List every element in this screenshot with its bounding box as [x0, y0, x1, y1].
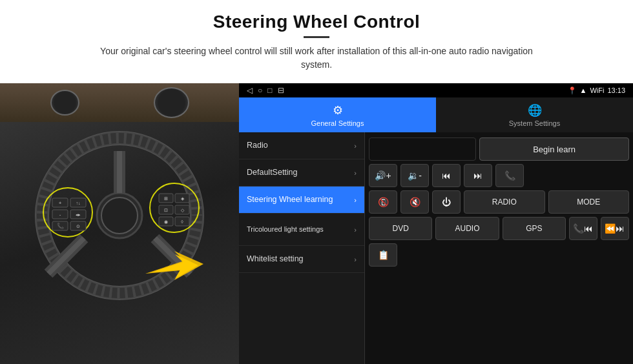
menu-radio-label: Radio	[247, 140, 354, 150]
android-content: Radio › DefaultSetting › Steering Wheel …	[239, 132, 633, 364]
control-row-3: DVD AUDIO GPS 📞⏮	[369, 217, 629, 240]
tab-general-settings[interactable]: ⚙ General Settings	[239, 97, 436, 132]
control-row-4: 📋	[369, 243, 629, 267]
next-track-button[interactable]: ⏭	[464, 164, 492, 187]
wifi-icon: WiFi	[590, 86, 604, 94]
audio-label: AUDIO	[455, 224, 479, 233]
gps-label: GPS	[526, 224, 542, 233]
empty-slot-top	[369, 137, 476, 161]
radio-button[interactable]: RADIO	[464, 190, 545, 214]
tab-general-label: General Settings	[311, 119, 364, 127]
menu-steering-chevron: ›	[354, 196, 357, 204]
content-section: + - 📞 ↑↓ ◂▸ ⊙ ⊞ ◈ ⊡ ◇	[0, 83, 633, 364]
dvd-label: DVD	[392, 224, 408, 233]
phone-answer-button[interactable]: 📞	[495, 164, 524, 187]
tab-system-settings[interactable]: 🌐 System Settings	[436, 97, 633, 132]
hangup-icon: 📵	[378, 197, 389, 207]
menu-tricoloured-chevron: ›	[354, 226, 357, 234]
signal-icon: ▲	[580, 86, 587, 94]
menu-default-chevron: ›	[354, 169, 357, 177]
tab-system-label: System Settings	[509, 119, 560, 127]
header-section: Steering Wheel Control Your original car…	[0, 0, 633, 77]
svg-text:◉: ◉	[164, 219, 168, 224]
next-icon: ⏭	[473, 170, 483, 181]
radio-label: RADIO	[492, 197, 517, 207]
control-row-0: Begin learn	[369, 137, 629, 161]
steering-wheel-image: + - 📞 ↑↓ ◂▸ ⊙ ⊞ ◈ ⊡ ◇	[0, 83, 239, 364]
mute-icon: 🔇	[410, 197, 420, 207]
menu-default-label: DefaultSetting	[247, 167, 354, 177]
android-tabs: ⚙ General Settings 🌐 System Settings	[239, 97, 633, 132]
subtitle: Your original car's steering wheel contr…	[97, 45, 536, 72]
recents-nav-icon: □	[267, 86, 272, 95]
title-divider	[304, 36, 329, 38]
menu-whitelist-label: Whitelist setting	[247, 254, 354, 264]
phone-prev-icon: 📞⏮	[573, 223, 593, 234]
phone-hangup-button[interactable]: 📵	[369, 190, 397, 214]
statusbar-nav: ◁ ○ □ ⊟	[247, 86, 284, 95]
menu-item-defaultsetting[interactable]: DefaultSetting ›	[239, 159, 364, 187]
mute-button[interactable]: 🔇	[400, 190, 429, 214]
phone-prev-button[interactable]: 📞⏮	[569, 217, 597, 240]
prev-track-button[interactable]: ⏮	[432, 164, 461, 187]
svg-text:◊: ◊	[181, 219, 183, 224]
menu-item-whitelist[interactable]: Whitelist setting ›	[239, 246, 364, 273]
menu-item-steering-wheel[interactable]: Steering Wheel learning ›	[239, 187, 364, 214]
svg-text:📞: 📞	[57, 222, 65, 230]
right-control-panel: Begin learn 🔊+ 🔉- ⏮	[365, 132, 633, 364]
steering-wheel-svg: + - 📞 ↑↓ ◂▸ ⊙ ⊞ ◈ ⊡ ◇	[10, 112, 229, 303]
list-button[interactable]: 📋	[369, 243, 397, 267]
svg-text:⊙: ⊙	[76, 224, 80, 228]
menu-nav-icon: ⊟	[278, 86, 284, 95]
page-wrapper: Steering Wheel Control Your original car…	[0, 0, 633, 364]
menu-item-tricoloured[interactable]: Tricoloured light settings ›	[239, 214, 364, 246]
vol-down-icon: 🔉-	[408, 170, 422, 181]
begin-learn-button[interactable]: Begin learn	[479, 137, 629, 161]
svg-text:◂▸: ◂▸	[76, 212, 81, 217]
control-row-1: 🔊+ 🔉- ⏮ ⏭ 📞	[369, 164, 629, 187]
svg-text:⊞: ⊞	[164, 196, 168, 201]
time-display: 13:13	[607, 86, 625, 94]
gps-button[interactable]: GPS	[503, 217, 566, 240]
phone-icon: 📞	[504, 170, 515, 181]
gauge-left	[50, 90, 79, 116]
location-icon: 📍	[568, 86, 577, 95]
list-icon: 📋	[378, 250, 389, 260]
back-nav-icon: ◁	[247, 86, 253, 95]
menu-list: Radio › DefaultSetting › Steering Wheel …	[239, 132, 365, 364]
android-statusbar: ◁ ○ □ ⊟ 📍 ▲ WiFi 13:13	[239, 83, 633, 97]
menu-radio-chevron: ›	[354, 142, 357, 150]
system-settings-icon: 🌐	[528, 103, 542, 117]
menu-whitelist-chevron: ›	[354, 256, 357, 263]
control-row-2: 📵 🔇 ⏻ RADIO MO	[369, 190, 629, 214]
prev-icon: ⏮	[442, 170, 451, 181]
mode-label: MODE	[577, 197, 600, 207]
menu-tricoloured-label: Tricoloured light settings	[247, 225, 354, 234]
svg-text:+: +	[59, 200, 62, 206]
svg-text:⊡: ⊡	[164, 208, 168, 212]
vol-up-button[interactable]: 🔊+	[369, 164, 397, 187]
audio-button[interactable]: AUDIO	[435, 217, 499, 240]
android-panel: ◁ ○ □ ⊟ 📍 ▲ WiFi 13:13 ⚙ General Setting…	[239, 83, 633, 364]
menu-steering-label: Steering Wheel learning	[247, 194, 354, 205]
power-button[interactable]: ⏻	[432, 190, 461, 214]
vol-up-icon: 🔊+	[375, 170, 391, 181]
home-nav-icon: ○	[258, 86, 262, 95]
control-grid: Begin learn 🔊+ 🔉- ⏮	[369, 137, 629, 267]
mode-button[interactable]: MODE	[548, 190, 630, 214]
dvd-button[interactable]: DVD	[369, 217, 432, 240]
page-title: Steering Wheel Control	[39, 12, 594, 32]
general-settings-icon: ⚙	[333, 103, 343, 117]
svg-text:-: -	[59, 212, 61, 217]
svg-text:↑↓: ↑↓	[76, 201, 81, 205]
power-icon: ⏻	[442, 197, 451, 207]
statusbar-indicators: 📍 ▲ WiFi 13:13	[568, 86, 625, 95]
menu-item-radio[interactable]: Radio ›	[239, 132, 364, 159]
vol-down-button[interactable]: 🔉-	[400, 164, 429, 187]
skip-icon: ⏪⏭	[605, 223, 625, 234]
skip-button[interactable]: ⏪⏭	[601, 217, 629, 240]
svg-point-4	[101, 197, 138, 234]
